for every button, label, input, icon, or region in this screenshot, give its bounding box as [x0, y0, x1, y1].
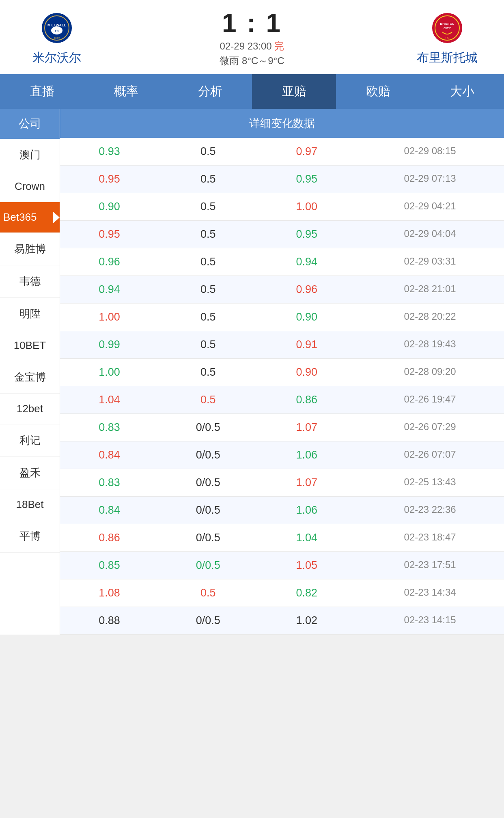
active-arrow-icon — [53, 212, 60, 223]
tab-odds[interactable]: 概率 — [84, 74, 168, 109]
tab-size[interactable]: 大小 — [420, 74, 504, 109]
cell-payout: 0.90 — [257, 359, 356, 386]
main-content: 公司 澳门 Crown Bet365 易胜博 韦德 明陞 10BET 金宝博 1… — [0, 109, 504, 635]
data-table-header: 详细变化数据 — [60, 109, 504, 138]
sidebar-item-jinbaobo[interactable]: 金宝博 — [0, 361, 60, 394]
cell-spread: 0.5 — [159, 331, 257, 358]
table-row: 0.94 0.5 0.96 02-28 21:01 — [60, 276, 504, 304]
table-row: 1.04 0.5 0.86 02-26 19:47 — [60, 386, 504, 414]
cell-payout: 0.95 — [257, 221, 356, 248]
tab-analysis[interactable]: 分析 — [168, 74, 252, 109]
team-right: BRISTOL CITY FC 布里斯托城 — [403, 10, 492, 66]
match-info: 1 : 1 02-29 23:00 完 微雨 8°C～9°C — [101, 8, 403, 67]
sidebar-item-10bet[interactable]: 10BET — [0, 330, 60, 361]
cell-spread: 0/0.5 — [159, 607, 257, 634]
cell-payout: 0.94 — [257, 248, 356, 276]
cell-time: 02-29 03:31 — [356, 248, 504, 276]
cell-time: 02-23 18:47 — [356, 524, 504, 551]
sidebar-item-yishengbo[interactable]: 易胜博 — [0, 233, 60, 265]
table-row: 0.96 0.5 0.94 02-29 03:31 — [60, 248, 504, 276]
team-left: MILLWALL FC 1885 米尔沃尔 — [12, 10, 101, 66]
table-row: 0.90 0.5 1.00 02-29 04:21 — [60, 193, 504, 221]
team-left-name: 米尔沃尔 — [32, 50, 81, 66]
table-row: 1.00 0.5 0.90 02-28 09:20 — [60, 359, 504, 386]
cell-handicap: 0.90 — [60, 193, 159, 220]
sidebar-item-yinghe[interactable]: 盈禾 — [0, 457, 60, 489]
sidebar-item-pingbo[interactable]: 平博 — [0, 520, 60, 553]
table-row: 0.83 0/0.5 1.07 02-26 07:29 — [60, 414, 504, 441]
cell-spread: 0/0.5 — [159, 414, 257, 441]
cell-time: 02-23 14:34 — [356, 579, 504, 607]
cell-handicap: 0.93 — [60, 138, 159, 165]
table-row: 0.84 0/0.5 1.06 02-23 22:36 — [60, 497, 504, 524]
sidebar-header: 公司 — [0, 109, 60, 139]
svg-text:FC: FC — [446, 37, 449, 39]
cell-time: 02-29 04:21 — [356, 193, 504, 220]
match-header: MILLWALL FC 1885 米尔沃尔 1 : 1 02-29 23:00 … — [0, 0, 504, 74]
cell-payout: 1.06 — [257, 441, 356, 469]
millwall-logo: MILLWALL FC 1885 — [39, 10, 75, 46]
table-row: 0.83 0/0.5 1.07 02-25 13:43 — [60, 469, 504, 497]
cell-handicap: 0.83 — [60, 414, 159, 441]
sidebar-item-12bet[interactable]: 12bet — [0, 394, 60, 424]
cell-time: 02-26 19:47 — [356, 386, 504, 413]
cell-payout: 1.07 — [257, 414, 356, 441]
table-row: 0.95 0.5 0.95 02-29 07:13 — [60, 166, 504, 193]
cell-spread: 0.5 — [159, 166, 257, 193]
sidebar-item-weide[interactable]: 韦德 — [0, 265, 60, 298]
cell-handicap: 1.00 — [60, 359, 159, 386]
cell-payout: 1.04 — [257, 524, 356, 551]
sidebar-item-mingsheng[interactable]: 明陞 — [0, 298, 60, 330]
cell-time: 02-28 20:22 — [356, 304, 504, 331]
cell-spread: 0.5 — [159, 248, 257, 276]
sidebar-item-aomen[interactable]: 澳门 — [0, 139, 60, 171]
cell-spread: 0.5 — [159, 138, 257, 165]
bristol-logo: BRISTOL CITY FC — [429, 10, 465, 46]
cell-handicap: 0.95 — [60, 166, 159, 193]
sidebar: 公司 澳门 Crown Bet365 易胜博 韦德 明陞 10BET 金宝博 1… — [0, 109, 60, 635]
sidebar-item-bet365[interactable]: Bet365 — [0, 202, 60, 233]
cell-handicap: 0.83 — [60, 469, 159, 496]
cell-handicap: 0.86 — [60, 524, 159, 551]
cell-spread: 0.5 — [159, 193, 257, 220]
table-row: 0.88 0/0.5 1.02 02-23 14:15 — [60, 607, 504, 635]
match-weather: 微雨 8°C～9°C — [101, 54, 403, 67]
svg-text:CITY: CITY — [444, 26, 451, 30]
cell-time: 02-23 22:36 — [356, 497, 504, 524]
cell-time: 02-26 07:29 — [356, 414, 504, 441]
cell-payout: 1.07 — [257, 469, 356, 496]
nav-tabs: 直播 概率 分析 亚赔 欧赔 大小 — [0, 74, 504, 109]
cell-handicap: 0.96 — [60, 248, 159, 276]
match-datetime: 02-29 23:00 完 — [101, 40, 403, 53]
cell-payout: 1.05 — [257, 552, 356, 579]
table-row: 0.84 0/0.5 1.06 02-26 07:07 — [60, 441, 504, 469]
tab-asian[interactable]: 亚赔 — [252, 74, 336, 109]
cell-payout: 0.86 — [257, 386, 356, 413]
cell-spread: 0/0.5 — [159, 552, 257, 579]
data-table: 详细变化数据 0.93 0.5 0.97 02-29 08:15 0.95 0.… — [60, 109, 504, 635]
cell-payout: 1.02 — [257, 607, 356, 634]
cell-handicap: 1.00 — [60, 304, 159, 331]
cell-time: 02-23 14:15 — [356, 607, 504, 634]
sidebar-item-crown[interactable]: Crown — [0, 171, 60, 202]
cell-handicap: 0.95 — [60, 221, 159, 248]
table-row: 0.86 0/0.5 1.04 02-23 18:47 — [60, 524, 504, 552]
cell-time: 02-28 09:20 — [356, 359, 504, 386]
cell-spread: 0.5 — [159, 579, 257, 607]
cell-time: 02-29 07:13 — [356, 166, 504, 193]
tab-european[interactable]: 欧赔 — [336, 74, 420, 109]
cell-handicap: 0.84 — [60, 497, 159, 524]
cell-payout: 1.00 — [257, 193, 356, 220]
cell-payout: 0.95 — [257, 166, 356, 193]
table-row: 1.08 0.5 0.82 02-23 14:34 — [60, 579, 504, 607]
cell-spread: 0.5 — [159, 359, 257, 386]
cell-spread: 0/0.5 — [159, 524, 257, 551]
sidebar-item-18bet[interactable]: 18Bet — [0, 489, 60, 520]
tab-live[interactable]: 直播 — [0, 74, 84, 109]
cell-spread: 0.5 — [159, 304, 257, 331]
cell-payout: 0.96 — [257, 276, 356, 303]
table-row: 0.95 0.5 0.95 02-29 04:04 — [60, 221, 504, 248]
sidebar-item-liji[interactable]: 利记 — [0, 424, 60, 457]
cell-payout: 0.91 — [257, 331, 356, 358]
cell-time: 02-26 07:07 — [356, 441, 504, 469]
